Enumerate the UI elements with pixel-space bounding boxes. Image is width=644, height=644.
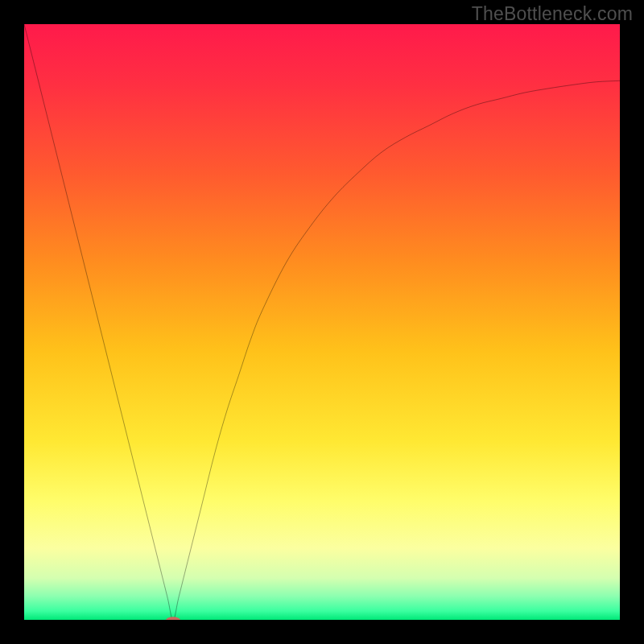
gradient-background bbox=[24, 24, 620, 620]
watermark-text: TheBottleneck.com bbox=[472, 3, 633, 25]
chart-frame: TheBottleneck.com bbox=[0, 0, 644, 644]
chart-plot bbox=[24, 24, 620, 620]
